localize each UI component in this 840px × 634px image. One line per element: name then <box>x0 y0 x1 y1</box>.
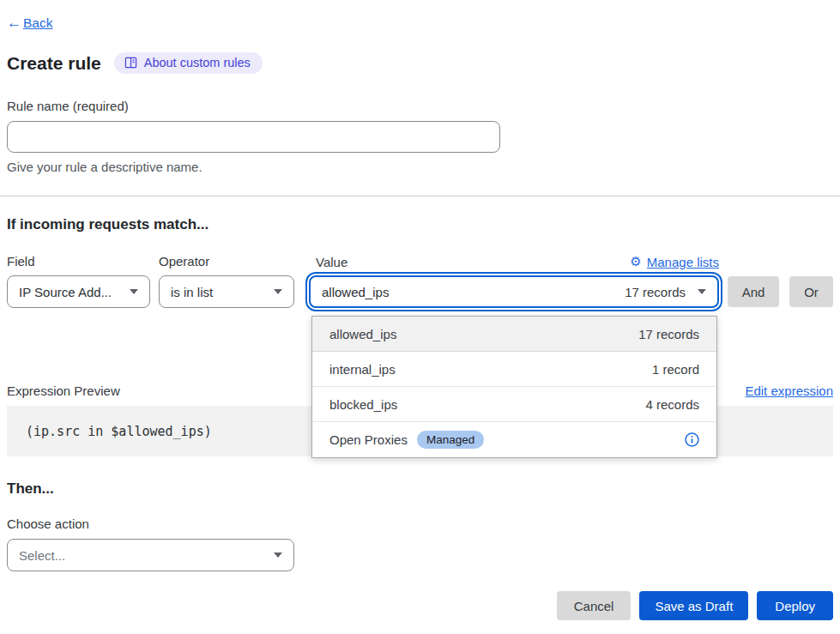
operator-label: Operator <box>159 254 294 269</box>
page-title: Create rule <box>7 53 101 74</box>
match-labels-row: Field Operator Value ⚙ Manage lists <box>7 254 833 269</box>
cancel-button[interactable]: Cancel <box>557 591 632 620</box>
list-option-blocked-ips[interactable]: blocked_ips 4 records <box>312 387 716 422</box>
list-option-allowed-ips[interactable]: allowed_ips 17 records <box>312 317 716 352</box>
manage-lists-link[interactable]: ⚙ Manage lists <box>630 254 719 269</box>
list-record-count: 17 records <box>638 327 699 341</box>
manage-lists-label: Manage lists <box>647 255 719 269</box>
book-icon <box>124 57 137 69</box>
rule-name-input[interactable] <box>7 121 500 153</box>
value-combobox-meta: 17 records <box>625 285 686 299</box>
back-label: Back <box>23 15 52 31</box>
chevron-down-icon <box>274 289 282 294</box>
rule-name-label: Rule name (required) <box>7 99 833 113</box>
rule-name-helper: Give your rule a descriptive name. <box>7 160 833 174</box>
info-icon[interactable] <box>685 432 699 447</box>
field-select-value: IP Source Add... <box>19 285 112 299</box>
action-select-placeholder: Select... <box>19 548 65 563</box>
chevron-down-icon <box>130 289 138 294</box>
chevron-down-icon <box>698 289 706 294</box>
create-rule-page: ← Back Create rule About custom rules Ru… <box>0 0 840 620</box>
list-record-count: 1 record <box>652 362 699 377</box>
list-name: allowed_ips <box>329 327 396 341</box>
choose-action-label: Choose action <box>7 516 833 531</box>
managed-badge: Managed <box>417 431 484 449</box>
value-combobox[interactable]: allowed_ips 17 records <box>309 275 719 308</box>
about-custom-rules-badge[interactable]: About custom rules <box>114 52 263 74</box>
list-option-open-proxies[interactable]: Open Proxies Managed <box>312 422 716 457</box>
deploy-button[interactable]: Deploy <box>757 591 833 620</box>
field-label: Field <box>7 254 150 269</box>
chevron-down-icon <box>274 552 282 558</box>
value-select-wrap: allowed_ips 17 records allowed_ips 17 re… <box>309 275 719 308</box>
list-name: Open Proxies <box>329 432 408 447</box>
about-badge-label: About custom rules <box>144 56 251 69</box>
save-as-draft-button[interactable]: Save as Draft <box>639 591 748 620</box>
value-combobox-selected: allowed_ips <box>322 285 389 299</box>
expression-code: (ip.src in $allowed_ips) <box>26 424 212 439</box>
field-select[interactable]: IP Source Add... <box>7 275 150 308</box>
list-name: blocked_ips <box>329 397 397 412</box>
match-controls-row: IP Source Add... is in list allowed_ips … <box>7 275 833 308</box>
title-row: Create rule About custom rules <box>7 52 833 74</box>
list-record-count: 4 records <box>645 397 699 412</box>
back-link[interactable]: ← Back <box>7 15 52 32</box>
gear-icon: ⚙ <box>630 254 641 269</box>
operator-select-value: is in list <box>171 285 213 299</box>
action-select[interactable]: Select... <box>7 539 294 571</box>
and-button[interactable]: And <box>728 276 779 307</box>
match-section-heading: If incoming requests match... <box>7 216 833 233</box>
edit-expression-link[interactable]: Edit expression <box>745 383 833 398</box>
value-label: Value <box>316 255 347 269</box>
footer-buttons: Cancel Save as Draft Deploy <box>7 591 833 620</box>
section-divider <box>0 196 840 196</box>
list-option-internal-ips[interactable]: internal_ips 1 record <box>312 352 716 387</box>
operator-select[interactable]: is in list <box>159 275 294 308</box>
list-name: internal_ips <box>329 362 396 377</box>
then-section-heading: Then... <box>7 480 833 498</box>
expression-preview-label: Expression Preview <box>7 383 120 398</box>
or-button[interactable]: Or <box>789 276 833 307</box>
lists-dropdown-menu: allowed_ips 17 records internal_ips 1 re… <box>311 316 717 458</box>
back-arrow-icon: ← <box>7 15 21 32</box>
